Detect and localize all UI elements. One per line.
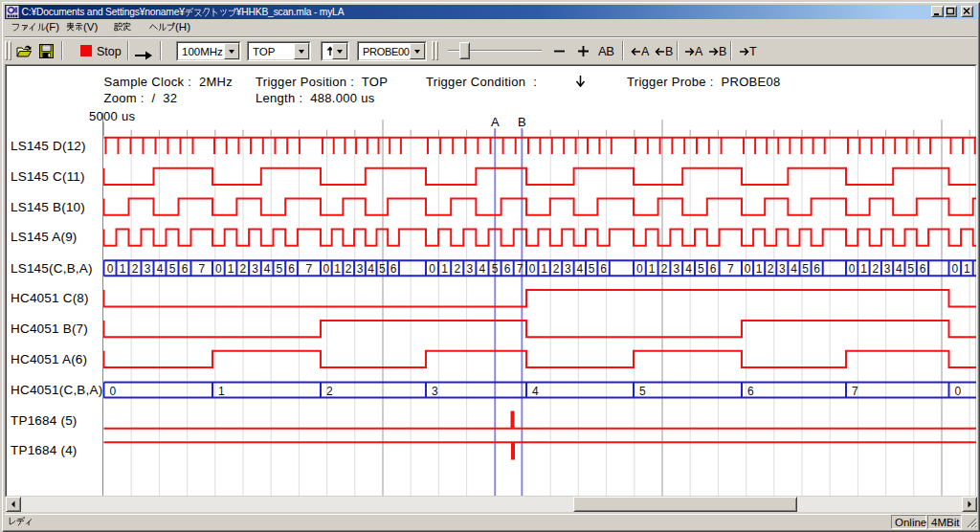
svg-text:1: 1 [120,262,126,276]
svg-text:5: 5 [907,262,914,276]
svg-text:6: 6 [288,262,295,276]
svg-text:5: 5 [379,262,386,276]
svg-text:4: 4 [791,262,797,276]
svg-text:HC4051(C,B,A): HC4051(C,B,A) [11,383,102,397]
svg-text:0: 0 [849,262,856,276]
svg-text:1: 1 [228,262,234,276]
svg-text:LS145 C(11): LS145 C(11) [11,169,85,184]
svg-text:4: 4 [576,262,583,276]
svg-text:3: 3 [467,262,474,276]
svg-text:2: 2 [132,262,139,276]
svg-text:4: 4 [368,262,374,276]
svg-text:Zoom : / 32: Zoom : / 32 [104,91,178,105]
svg-text:4: 4 [264,262,271,276]
svg-text:1: 1 [441,262,448,276]
svg-text:HC4051 B(7): HC4051 B(7) [11,321,88,336]
svg-text:A: A [491,115,500,129]
svg-text:5: 5 [802,262,809,276]
svg-text:7: 7 [198,262,205,276]
svg-text:1: 1 [218,385,225,398]
svg-text:2: 2 [326,385,333,398]
svg-text:2: 2 [454,262,460,276]
svg-text:2: 2 [661,262,668,276]
svg-text:Length : 488.000 us: Length : 488.000 us [256,91,375,105]
svg-text:5: 5 [169,262,176,276]
svg-text:LS145(C,B,A): LS145(C,B,A) [11,261,93,276]
svg-text:Trigger Probe : PROBE08: Trigger Probe : PROBE08 [627,75,781,89]
svg-text:7: 7 [517,262,523,276]
svg-text:7: 7 [306,262,313,276]
svg-text:LS145 B(10): LS145 B(10) [11,200,85,214]
svg-text:6: 6 [747,385,754,398]
svg-text:5: 5 [277,262,283,276]
svg-text:3: 3 [884,262,891,276]
svg-text:1: 1 [964,262,970,276]
svg-text:5: 5 [639,385,646,398]
svg-text:6: 6 [710,262,717,276]
svg-text:0: 0 [215,262,222,276]
svg-text:0: 0 [529,262,536,276]
svg-text:0: 0 [107,262,114,276]
svg-text:3: 3 [432,385,438,398]
svg-text:LS145 D(12): LS145 D(12) [11,139,86,153]
svg-text:6: 6 [920,262,926,276]
svg-text:1: 1 [756,262,763,276]
svg-text:3: 3 [145,262,151,276]
svg-text:5: 5 [698,262,704,276]
svg-text:HC4051 C(8): HC4051 C(8) [11,291,89,305]
svg-text:Trigger Position : TOP: Trigger Position : TOP [256,75,388,89]
svg-text:4: 4 [157,262,164,276]
svg-text:6: 6 [182,262,189,276]
svg-text:2: 2 [345,262,352,276]
svg-text:0: 0 [429,262,435,276]
svg-text:1: 1 [334,262,341,276]
svg-text:B: B [518,115,526,129]
svg-text:0: 0 [951,262,958,276]
svg-text:1: 1 [541,262,547,276]
svg-text:5000 us: 5000 us [89,109,136,123]
svg-text:2: 2 [553,262,560,276]
svg-text:2: 2 [872,262,879,276]
svg-text:7: 7 [727,262,734,276]
svg-text:6: 6 [504,262,511,276]
svg-text:2: 2 [239,262,246,276]
svg-text:6: 6 [390,262,397,276]
svg-text:0: 0 [110,385,117,398]
svg-text:4: 4 [896,262,902,276]
svg-text:0: 0 [323,262,330,276]
svg-text:1: 1 [860,262,867,276]
svg-text:6: 6 [813,262,820,276]
svg-text:TP1684 (5): TP1684 (5) [11,413,78,428]
svg-text:HC4051 A(6): HC4051 A(6) [11,352,87,366]
svg-text:0: 0 [745,262,751,276]
svg-text:2: 2 [768,262,774,276]
svg-text:5: 5 [589,262,595,276]
svg-text:TP1684 (4): TP1684 (4) [11,443,78,457]
svg-text:0: 0 [955,385,962,398]
svg-text:4: 4 [479,262,486,276]
svg-text:5: 5 [492,262,499,276]
svg-text:3: 3 [779,262,786,276]
svg-text:3: 3 [673,262,679,276]
svg-text:6: 6 [600,262,607,276]
svg-text:7: 7 [852,385,858,398]
svg-text:3: 3 [357,262,364,276]
svg-text:3: 3 [565,262,571,276]
svg-text:LS145 A(9): LS145 A(9) [11,230,78,244]
svg-text:0: 0 [636,262,643,276]
svg-text:4: 4 [685,262,692,276]
svg-text:4: 4 [532,385,539,398]
svg-text:1: 1 [649,262,656,276]
svg-text:3: 3 [252,262,258,276]
svg-text:Sample Clock : 2MHz: Sample Clock : 2MHz [104,75,234,89]
svg-text:Trigger Condition :: Trigger Condition : [426,75,567,89]
